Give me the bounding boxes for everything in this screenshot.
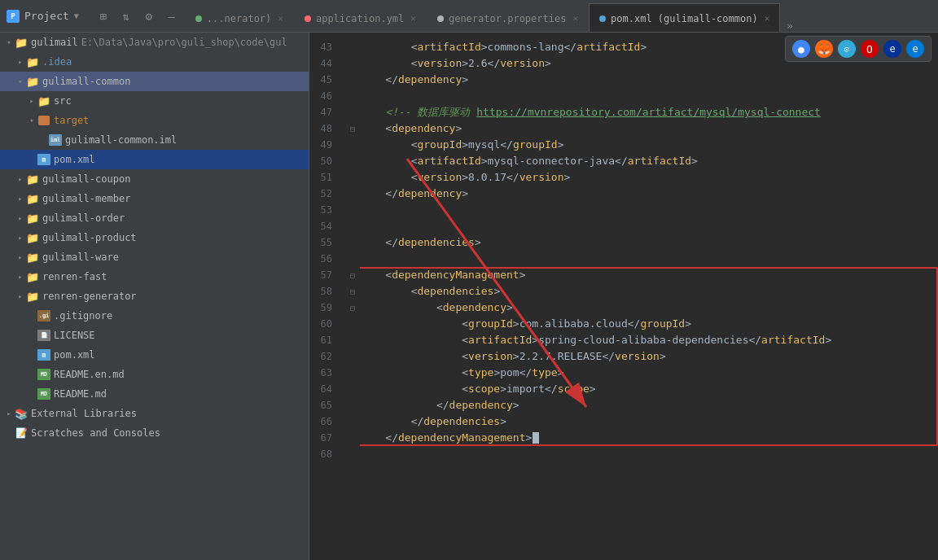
sidebar-item-scratches[interactable]: 📝 Scratches and Consoles <box>0 423 309 443</box>
app-container: P Project ▼ ⊞ ⇅ ⚙ — ...nerator) ✕ applic… <box>0 0 938 560</box>
tab-generator-props[interactable]: generator.properties ✕ <box>427 3 589 32</box>
scratch-icon: 📝 <box>15 427 28 439</box>
code-editor: 43 44 45 46 47 48 49 50 51 52 53 54 55 5… <box>309 33 938 560</box>
sidebar-item-gitignore[interactable]: .gi .gitignore <box>0 306 309 326</box>
path-gulimail: E:\Data\Java\pro\guli_shop\code\gul <box>81 37 287 48</box>
code-line-48: <dependency> <box>360 120 931 137</box>
project-icon: P <box>7 10 20 23</box>
g59-fold[interactable]: ⊟ <box>345 300 360 316</box>
tab-close-generator[interactable]: ✕ <box>278 13 283 24</box>
sidebar-item-member[interactable]: 📁 gulimall-member <box>0 189 309 208</box>
tab-label-props: generator.properties <box>449 13 567 24</box>
edge-icon[interactable]: e <box>906 40 924 58</box>
sidebar-item-ext-libs[interactable]: 📚 External Libraries <box>0 404 309 423</box>
sidebar-item-product[interactable]: 📁 gulimall-product <box>0 228 309 247</box>
sidebar-item-gulimall-common[interactable]: 📁 gulimall-common <box>0 72 309 91</box>
layout-icon[interactable]: ⊞ <box>97 10 110 23</box>
tab-close-props[interactable]: ✕ <box>572 13 578 24</box>
tab-pom[interactable]: pom.xml (gulimall-common) ✕ <box>589 3 780 32</box>
code-line-64: <scope>import</scope> <box>360 381 931 397</box>
ln-44: 44 <box>309 55 339 72</box>
g51 <box>345 169 360 186</box>
g46 <box>345 88 360 104</box>
label-src: src <box>54 95 72 107</box>
code-line-47: <!-- 数据库驱动 https://mvnrepository.com/art… <box>360 104 931 120</box>
sidebar-item-pom-common[interactable]: m pom.xml <box>0 150 309 169</box>
folder-icon-ware: 📁 <box>26 252 39 263</box>
g67 <box>345 430 360 446</box>
file-icon-readme-en: MD <box>37 369 50 380</box>
sidebar-item-renren-generator[interactable]: 📁 renren-generator <box>0 287 309 306</box>
file-icon-license: 📄 <box>37 330 50 341</box>
label-ext-libs: External Libraries <box>31 408 137 419</box>
g61 <box>345 332 360 348</box>
chrome-icon[interactable]: ● <box>792 40 810 58</box>
code-line-65: </dependency> <box>360 397 931 413</box>
label-gitignore: .gitignore <box>54 310 112 322</box>
ln-57: 57 <box>309 267 339 283</box>
file-icon-pom-common: m <box>37 154 50 165</box>
code-line-45: </dependency> <box>360 72 931 88</box>
ln-63: 63 <box>309 365 339 381</box>
cursor-caret <box>533 432 539 444</box>
tab-generator[interactable]: ...nerator) ✕ <box>185 3 294 32</box>
label-pom-root: pom.xml <box>54 349 95 361</box>
g53 <box>345 202 360 218</box>
title-bar-left: P Project ▼ ⊞ ⇅ ⚙ — <box>7 10 178 23</box>
sidebar-item-pom-root[interactable]: m pom.xml <box>0 345 309 365</box>
opera-icon[interactable]: O <box>861 40 879 58</box>
sidebar-item-src[interactable]: 📁 src <box>0 91 309 111</box>
sidebar-item-iml[interactable]: iml gulimall-common.iml <box>0 130 309 150</box>
sidebar-item-idea[interactable]: 📁 .idea <box>0 52 309 72</box>
arrow-member <box>15 193 26 204</box>
split-icon[interactable]: ⇅ <box>120 10 133 23</box>
minimize-icon[interactable]: — <box>165 10 178 23</box>
ln-68: 68 <box>309 446 339 462</box>
ln-64: 64 <box>309 381 339 397</box>
ln-50: 50 <box>309 153 339 169</box>
label-gulimail: gulimail <box>31 37 78 48</box>
project-dropdown-icon[interactable]: ▼ <box>74 11 79 20</box>
sidebar-item-target[interactable]: target <box>0 111 309 130</box>
gutter: ⊟ ⊟ ⊟ ⊟ <box>345 39 360 560</box>
label-ware: gulimall-ware <box>42 252 119 263</box>
ln-56: 56 <box>309 251 339 267</box>
tab-close-pom[interactable]: ✕ <box>765 13 770 24</box>
project-sidebar[interactable]: 📁 gulimail E:\Data\Java\pro\guli_shop\co… <box>0 33 309 560</box>
ln-66: 66 <box>309 413 339 430</box>
sidebar-item-order[interactable]: 📁 gulimall-order <box>0 208 309 228</box>
code-line-62: <version>2.2.7.RELEASE</version> <box>360 348 931 365</box>
g56 <box>345 251 360 267</box>
sidebar-item-ware[interactable]: 📁 gulimall-ware <box>0 247 309 267</box>
ln-47: 47 <box>309 104 339 120</box>
editor-area: ● 🦊 ⊙ O e e 43 44 45 46 47 48 49 50 <box>309 33 938 560</box>
g58-fold[interactable]: ⊟ <box>345 283 360 300</box>
arrow-ware <box>15 252 26 263</box>
code-line-57: <dependencyManagement> <box>360 267 931 283</box>
label-scratches: Scratches and Consoles <box>31 427 160 439</box>
sidebar-item-renren-fast[interactable]: 📁 renren-fast <box>0 267 309 287</box>
g48-fold[interactable]: ⊟ <box>345 120 360 137</box>
settings-icon[interactable]: ⚙ <box>142 10 156 23</box>
label-license: LICENSE <box>54 330 95 341</box>
label-idea: .idea <box>42 56 72 68</box>
folder-icon-member: 📁 <box>26 194 39 204</box>
ln-62: 62 <box>309 348 339 365</box>
sidebar-item-gulimail[interactable]: 📁 gulimail E:\Data\Java\pro\guli_shop\co… <box>0 33 309 52</box>
tab-close-application[interactable]: ✕ <box>410 13 416 24</box>
tab-more-button[interactable]: » <box>780 20 800 32</box>
sidebar-item-readme[interactable]: MD README.md <box>0 384 309 404</box>
tab-dot-generator <box>195 15 202 22</box>
sidebar-item-license[interactable]: 📄 LICENSE <box>0 326 309 345</box>
g57-fold[interactable]: ⊟ <box>345 267 360 283</box>
safari-icon[interactable]: ⊙ <box>838 40 856 58</box>
ln-51: 51 <box>309 169 339 186</box>
sidebar-item-coupon[interactable]: 📁 gulimall-coupon <box>0 169 309 189</box>
ie-icon[interactable]: e <box>883 40 901 58</box>
tab-application[interactable]: application.yml ✕ <box>294 3 427 32</box>
arrow-coupon <box>15 173 26 185</box>
sidebar-item-readme-en[interactable]: MD README.en.md <box>0 365 309 384</box>
firefox-icon[interactable]: 🦊 <box>815 40 833 58</box>
ln-55: 55 <box>309 234 339 251</box>
code-line-58: <dependencies> <box>360 283 931 300</box>
